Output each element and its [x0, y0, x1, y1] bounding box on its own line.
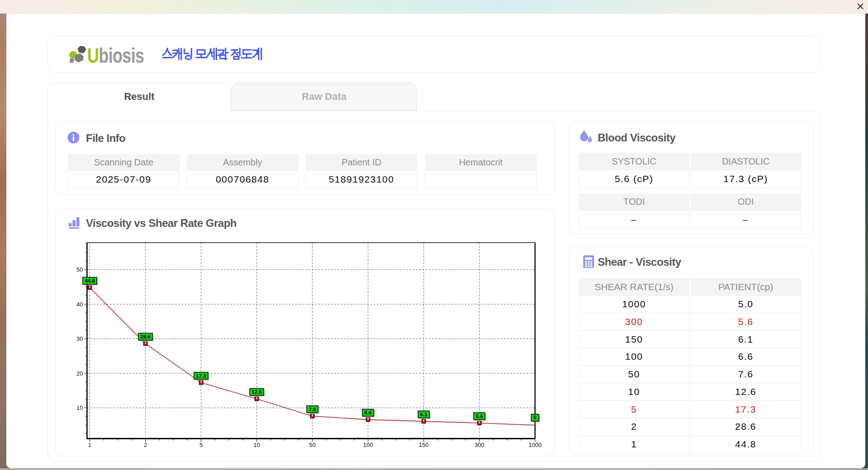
- svg-text:10: 10: [254, 442, 260, 448]
- svg-text:150: 150: [419, 442, 429, 448]
- svg-text:5: 5: [199, 442, 203, 448]
- svg-text:20: 20: [76, 370, 83, 377]
- svg-text:6.6: 6.6: [364, 410, 372, 415]
- svg-text:7.6: 7.6: [309, 407, 316, 412]
- svg-text:10: 10: [76, 404, 83, 411]
- svg-text:100: 100: [363, 442, 373, 448]
- svg-text:17.3: 17.3: [196, 373, 206, 379]
- svg-text:1: 1: [88, 442, 91, 448]
- svg-text:44.8: 44.8: [85, 278, 95, 283]
- svg-text:40: 40: [76, 301, 83, 308]
- svg-text:1000: 1000: [528, 442, 542, 448]
- svg-text:6.1: 6.1: [420, 412, 428, 417]
- svg-text:50: 50: [309, 442, 316, 448]
- svg-text:5.6: 5.6: [476, 414, 483, 419]
- svg-text:5: 5: [533, 415, 537, 420]
- svg-text:50: 50: [76, 266, 83, 273]
- svg-text:300: 300: [475, 442, 485, 448]
- svg-text:30: 30: [76, 335, 83, 342]
- svg-text:12.6: 12.6: [252, 389, 262, 395]
- svg-text:28.6: 28.6: [141, 334, 151, 339]
- svg-text:2: 2: [144, 442, 147, 448]
